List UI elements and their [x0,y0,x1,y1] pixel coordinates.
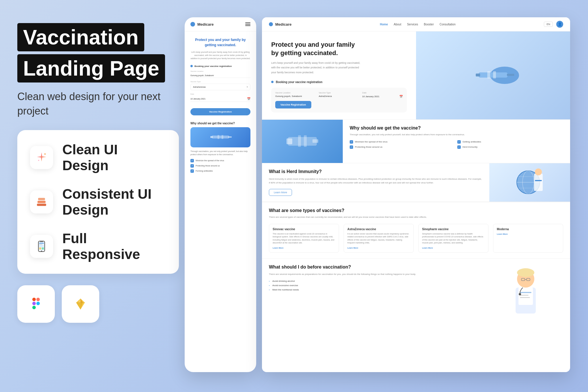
check-text-3: Forming antibodies [196,170,213,172]
vaccine-astra-title: AstraZeneca vaccine [347,228,410,231]
mobile-location-group: Vaccine Location Gunung puyuh, Sukabumi [190,70,250,78]
layers-icon-wrap [30,190,53,213]
vaccine-astra-link[interactable]: Learn More [347,247,410,249]
desktop-herd-content: What is Herd Immunity? Herd Immunity is … [262,163,489,202]
desktop-type-group: Vaccine Type AstraZeneca [319,92,359,98]
figma-icon-wrap [17,285,55,323]
desktop-why-checklist: ✓ Minimize the spread of the virus ✓ Get… [350,140,563,149]
why-check-text-3: Protecting those around us [355,146,383,148]
desktop-why-text: Through vaccination, you not only protec… [350,133,563,137]
desktop-hero-section: Protect you and your family by getting v… [262,31,570,119]
mobile-check-3: ✓ Forming antibodies [190,169,250,173]
mobile-why-title: Why should we get the vaccine? [190,122,250,125]
nav-booster[interactable]: Booster [424,23,434,26]
desktop-learn-more-button[interactable]: Learn More [269,189,292,196]
desktop-before-content: What should I do before vaccination? The… [269,265,482,316]
svg-rect-25 [210,136,213,138]
vaccine-card-moderna: Moderna Learn More [493,224,563,253]
globe-icon [512,165,547,200]
sketch-icon [73,296,88,312]
feature-clean-ui: Clean UI Design [30,142,166,173]
mobile-type-value[interactable]: AstraZanecaa ▾ [190,84,250,90]
mobile-register-button[interactable]: Vaccine Registration [190,108,250,115]
svg-rect-48 [535,180,542,181]
desktop-hero-text: Let's keep yourself and your family away… [271,61,364,75]
check-icon-2: ✓ [190,164,194,168]
before-item-2: Avoid excessive exercise [269,284,482,287]
desktop-why-title: Why should we get the vaccine? [350,125,563,131]
tools-row [17,285,179,323]
feature-consistent-ui-label: Consistent UI Design [62,186,166,218]
desktop-why-section: Why should we get the vaccine? Through v… [262,120,570,163]
vaccine-card-sinovac: Sinovac vaccine This vaccine is an inact… [269,224,339,253]
why-check-3: ✓ Protecting those around us [350,145,456,149]
title-line2: Landing Page [17,54,165,82]
vaccine-image-icon [285,128,320,154]
check-text-1: Minimize the spread of the virus [196,160,224,162]
desktop-form-row: Vaccine Location Gunung puyuh, Sukabumi … [275,92,403,98]
desktop-nav-links: Home About Services Booster Consultation [380,23,456,26]
svg-rect-33 [487,71,490,78]
svg-point-0 [44,153,46,155]
why-check-icon-4: ✓ [457,145,461,149]
desktop-type-label: Vaccine Type [319,92,359,94]
nav-consultation[interactable]: Consultation [440,23,456,26]
desktop-vaccines-section: What are some types of vaccines? There a… [262,202,570,258]
svg-rect-53 [520,295,529,296]
desktop-booking-text: Booking your vaccine registration [276,80,323,84]
layers-icon [35,196,48,208]
desktop-date-value: 10 January 2021 [362,95,379,98]
user-icon[interactable]: 👤 [556,21,563,28]
mobile-hero-title: Protect you and your family by getting v… [190,37,250,48]
desktop-location-group: Vaccine Location Gunung puyuh, Sukabumi [275,92,316,98]
svg-rect-16 [32,302,36,305]
title-block: Vaccination Landing Page Clean web desig… [17,23,179,119]
mobile-type-label: Vaccine Type [190,81,250,82]
desktop-before-section: What should I do before vaccination? The… [262,259,570,322]
mobile-hero-text: Let's keep yourself and your family away… [190,50,250,60]
sparkle-icon-wrap [30,146,53,169]
hamburger-menu[interactable] [245,22,250,26]
title-line1: Vaccination [17,23,144,51]
why-check-4: ✓ Herd Immunity [457,145,563,149]
nav-home[interactable]: Home [380,23,388,26]
svg-rect-26 [228,136,232,138]
desktop-nav-right: EN 👤 [544,21,563,28]
mobile-date-value: 10 January 2021 [190,98,205,100]
svg-rect-27 [218,135,219,139]
desktop-mockup: Medicare Home About Services Booster Con… [262,17,570,372]
desktop-vaccines-grid: Sinovac vaccine This vaccine is an inact… [269,224,563,253]
mobile-location-value: Gunung puyuh, Sukabumi [190,73,250,78]
mobile-date-label: Date [190,93,250,95]
check-text-2: Protecting those around us [196,165,220,167]
mobile-mockup: Medicare Protect you and your family by … [185,17,256,372]
desktop-vaccine-hero-image [464,58,522,93]
vaccine-sinovac-link[interactable]: Learn More [273,247,335,249]
sketch-icon-wrap [62,285,99,323]
desktop-logo-text: Medicare [275,22,291,27]
svg-rect-39 [304,135,307,147]
mobile-check-2: ✓ Protecting those around us [190,164,250,168]
svg-rect-24 [212,136,229,138]
svg-rect-36 [286,138,292,144]
desktop-navbar: Medicare Home About Services Booster Con… [262,17,570,31]
desktop-location-label: Vaccine Location [275,92,316,94]
booking-dot [190,65,193,67]
nav-services[interactable]: Services [407,23,418,26]
desktop-herd-image [489,163,570,202]
mobile-logo-icon [190,22,195,27]
desktop-vaccines-title: What are some types of vaccines? [269,208,563,213]
svg-rect-52 [520,292,531,293]
mobile-logo: Medicare [190,22,214,27]
vaccine-moderna-link[interactable]: Learn More [497,233,559,235]
desktop-register-button[interactable]: Vaccine Registration [275,101,311,108]
desktop-booking-row: Booking your vaccine registration [271,80,407,84]
why-check-icon-3: ✓ [350,145,353,149]
nav-about[interactable]: About [394,23,401,26]
desktop-booking-dot [271,81,274,83]
svg-rect-4 [38,198,45,200]
vaccine-sinopharm-link[interactable]: Learn More [422,247,485,249]
desktop-before-image [488,265,563,316]
mobile-logo-text: Medicare [197,22,214,27]
lang-button[interactable]: EN [544,22,553,27]
